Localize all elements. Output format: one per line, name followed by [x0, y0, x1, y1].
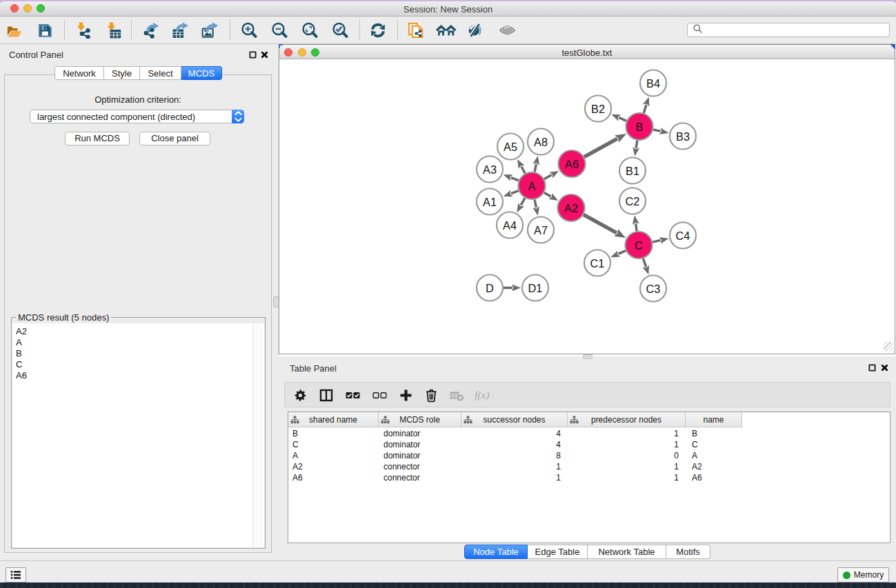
- deselect-all-button[interactable]: [368, 383, 390, 407]
- delete-table-button[interactable]: [446, 383, 468, 407]
- result-scrollbar[interactable]: [252, 323, 263, 547]
- result-item[interactable]: A: [12, 337, 264, 348]
- network-graph-canvas[interactable]: B4B2BB3A8A5A6A3B1AC2A1A2A4A7C4CC1C3DD1: [279, 60, 895, 353]
- function-builder-button[interactable]: f(x): [473, 383, 495, 407]
- refresh-button[interactable]: [366, 17, 390, 44]
- close-panel-button[interactable]: Close panel: [139, 132, 210, 145]
- add-row-button[interactable]: [395, 383, 417, 407]
- graph-node-A8[interactable]: A8: [528, 129, 554, 155]
- column-header-successor-nodes[interactable]: successor nodes: [461, 412, 568, 427]
- graph-edge-B-B3[interactable]: [653, 128, 668, 134]
- horizontal-split-divider[interactable]: [279, 354, 896, 359]
- tab-network[interactable]: Network: [54, 66, 104, 80]
- export-table-button[interactable]: [168, 17, 192, 44]
- search-box[interactable]: [687, 23, 890, 37]
- graph-node-D[interactable]: D: [477, 275, 503, 301]
- float-panel-icon[interactable]: [249, 51, 257, 59]
- graph-node-A1[interactable]: A1: [477, 189, 503, 215]
- delete-row-button[interactable]: [420, 383, 442, 407]
- optimization-dropdown[interactable]: largest connected component (directed): [30, 110, 244, 123]
- graph-node-A2[interactable]: A2: [558, 194, 585, 221]
- tab-select[interactable]: Select: [140, 66, 181, 80]
- graph-edge-B-B4[interactable]: [643, 97, 650, 113]
- open-session-button[interactable]: [3, 17, 26, 44]
- column-header-name[interactable]: name: [686, 412, 742, 427]
- graph-edge-D-D1[interactable]: [504, 285, 521, 292]
- graph-edge-A2-C[interactable]: [584, 214, 626, 238]
- graph-node-B1[interactable]: B1: [619, 158, 646, 184]
- graph-node-A7[interactable]: A7: [528, 217, 554, 243]
- graph-edge-A-A1[interactable]: [504, 190, 519, 196]
- graph-edge-A-A4[interactable]: [517, 198, 525, 212]
- graph-edge-C-C1[interactable]: [610, 250, 626, 257]
- graph-node-A6[interactable]: A6: [559, 150, 586, 177]
- tab-network-table[interactable]: Network Table: [588, 545, 666, 559]
- table-close-icon[interactable]: [881, 364, 888, 372]
- column-header-predecessor-nodes[interactable]: predecessor nodes: [568, 412, 686, 427]
- clone-network-button[interactable]: [404, 17, 428, 44]
- graph-edge-A-A2[interactable]: [544, 193, 558, 201]
- zoom-out-button[interactable]: [268, 17, 291, 44]
- graph-node-B2[interactable]: B2: [585, 96, 611, 122]
- graph-node-A4[interactable]: A4: [497, 212, 523, 239]
- table-row-B[interactable]: Bdominator41B: [288, 428, 890, 439]
- graph-edge-A-A5[interactable]: [517, 159, 525, 174]
- mcds-result-list[interactable]: A2ABCA6: [12, 323, 264, 547]
- save-session-button[interactable]: [33, 17, 57, 44]
- horizontal-split-handle[interactable]: [583, 354, 593, 359]
- graph-node-B3[interactable]: B3: [670, 123, 696, 150]
- result-item[interactable]: A6: [12, 370, 264, 381]
- tab-node-table[interactable]: Node Table: [464, 545, 528, 559]
- graph-node-C3[interactable]: C3: [640, 276, 666, 302]
- zoom-selected-button[interactable]: [328, 17, 352, 44]
- show-selected-button[interactable]: [496, 17, 519, 44]
- close-panel-icon[interactable]: [261, 51, 268, 59]
- hide-selected-button[interactable]: [464, 17, 488, 44]
- network-window-titlebar[interactable]: testGlobe.txt: [279, 45, 895, 59]
- table-row-A6[interactable]: A6connector11A6: [288, 472, 890, 483]
- import-table-button[interactable]: [102, 17, 126, 44]
- zoom-in-button[interactable]: [237, 17, 261, 44]
- graph-node-A5[interactable]: A5: [497, 134, 524, 160]
- graph-edge-A6-B[interactable]: [584, 134, 626, 157]
- search-input[interactable]: [706, 26, 889, 35]
- graph-node-C2[interactable]: C2: [619, 188, 646, 214]
- graph-edge-B-B1[interactable]: [633, 141, 639, 156]
- table-row-C[interactable]: Cdominator41C: [288, 439, 890, 450]
- run-mcds-button[interactable]: Run MCDS: [65, 132, 130, 145]
- graph-node-D1[interactable]: D1: [522, 275, 548, 301]
- graph-node-B[interactable]: B: [626, 113, 653, 140]
- tab-mcds[interactable]: MCDS: [181, 66, 222, 80]
- graph-node-C[interactable]: C: [626, 232, 653, 258]
- show-all-button[interactable]: [434, 17, 459, 44]
- graph-edge-A-A3[interactable]: [504, 174, 519, 181]
- zoom-fit-button[interactable]: [298, 17, 321, 44]
- graph-edge-C-C4[interactable]: [653, 237, 668, 244]
- window-resize-grip[interactable]: [884, 342, 893, 352]
- graph-edge-C-C2[interactable]: [633, 215, 639, 231]
- split-view-button[interactable]: [315, 383, 337, 407]
- result-item[interactable]: C: [12, 359, 264, 370]
- import-network-button[interactable]: [72, 17, 95, 44]
- result-item[interactable]: B: [12, 348, 264, 359]
- graph-edge-B-B2[interactable]: [611, 114, 626, 121]
- graph-node-C1[interactable]: C1: [584, 250, 610, 276]
- table-float-icon[interactable]: [868, 364, 876, 372]
- task-history-button[interactable]: [6, 567, 26, 582]
- graph-node-B4[interactable]: B4: [640, 70, 666, 97]
- tab-edge-table[interactable]: Edge Table: [528, 545, 588, 559]
- export-image-button[interactable]: [198, 17, 221, 44]
- select-all-button[interactable]: [341, 383, 364, 407]
- graph-node-A[interactable]: A: [519, 172, 546, 199]
- memory-button[interactable]: Memory: [837, 567, 889, 582]
- column-header-MCDS-role[interactable]: MCDS role: [379, 412, 461, 427]
- tab-style[interactable]: Style: [104, 66, 140, 80]
- table-settings-button[interactable]: [290, 383, 312, 407]
- graph-edge-A-A7[interactable]: [532, 200, 539, 216]
- export-network-button[interactable]: [139, 17, 163, 44]
- result-item[interactable]: A2: [12, 326, 264, 337]
- node-table[interactable]: shared nameMCDS rolesuccessor nodesprede…: [288, 412, 890, 543]
- graph-edge-A-A8[interactable]: [532, 156, 539, 172]
- table-row-A2[interactable]: A2connector11A2: [288, 461, 890, 472]
- graph-node-A3[interactable]: A3: [477, 156, 503, 183]
